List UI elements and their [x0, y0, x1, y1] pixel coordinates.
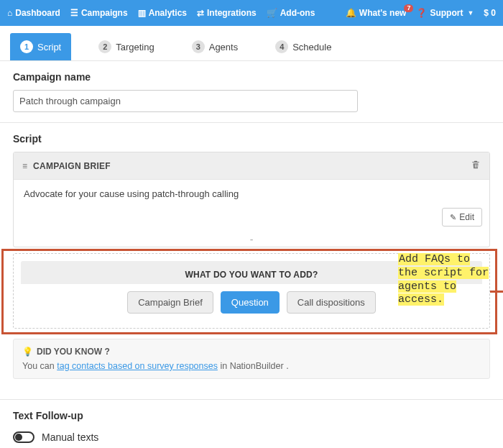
whats-new-badge: 7	[404, 4, 413, 12]
bell-icon: 🔔	[346, 8, 356, 18]
block-body: Advocate for your cause using patch-thro…	[14, 180, 489, 204]
lightbulb-icon: 💡	[22, 347, 33, 357]
followup-heading: Text Follow-up	[13, 410, 490, 421]
trash-icon	[471, 160, 481, 170]
nav-integrations[interactable]: ⇄ Integrations	[197, 8, 257, 18]
nav-addons[interactable]: 🛒 Add-ons	[267, 8, 315, 18]
tab-label: Schedule	[292, 42, 331, 52]
text-followup-section: Text Follow-up Manual texts Automated te…	[0, 399, 503, 448]
dyk-prefix: You can	[22, 361, 57, 371]
tab-label: Targeting	[116, 42, 154, 52]
tab-script[interactable]: 1 Script	[10, 33, 71, 60]
tab-number: 1	[20, 40, 33, 53]
callout-annotation: Add FAQs to the script for agents to acc…	[398, 253, 495, 307]
tab-label: Agents	[209, 42, 238, 52]
nav-integrations-label: Integrations	[207, 8, 257, 18]
dyk-title: DID YOU KNOW ?	[37, 347, 110, 357]
campaign-name-section: Campaign name	[0, 61, 503, 123]
tab-label: Script	[37, 42, 61, 52]
dyk-suffix: in NationBuilder .	[218, 361, 289, 371]
tab-number: 3	[192, 40, 205, 53]
edit-icon: ✎	[450, 213, 456, 222]
nav-campaigns-label: Campaigns	[81, 8, 128, 18]
script-heading: Script	[13, 133, 490, 145]
nav-whats-new-label: What's new	[359, 8, 407, 18]
edit-label: Edit	[459, 212, 474, 222]
tab-number: 2	[98, 40, 111, 53]
nav-addons-label: Add-ons	[280, 8, 315, 18]
nav-analytics[interactable]: ▥ Analytics	[138, 8, 187, 18]
drag-handle-icon[interactable]: ≡	[22, 162, 27, 170]
help-icon: ❓	[416, 8, 427, 18]
block-divider: -	[14, 234, 489, 247]
nav-support-label: Support	[430, 8, 463, 18]
callout-text: Add FAQs to the script for agents to acc…	[398, 253, 489, 306]
shuffle-icon: ⇄	[197, 8, 204, 18]
nav-analytics-label: Analytics	[149, 8, 187, 18]
list-icon: ☰	[70, 8, 78, 18]
wizard-tabs: 1 Script 2 Targeting 3 Agents 4 Schedule	[0, 26, 503, 61]
add-call-dispositions-button[interactable]: Call dispositions	[287, 291, 376, 314]
did-you-know-panel: 💡 DID YOU KNOW ? You can tag contacts ba…	[13, 339, 490, 379]
add-question-button[interactable]: Question	[221, 291, 280, 314]
cart-icon: 🛒	[267, 8, 277, 18]
nav-dashboard-label: Dashboard	[15, 8, 60, 18]
dyk-link[interactable]: tag contacts based on survey responses	[57, 361, 218, 371]
manual-texts-label: Manual texts	[42, 431, 98, 443]
edit-block-button[interactable]: ✎ Edit	[442, 208, 482, 227]
nav-whats-new[interactable]: 🔔 What's new 7	[346, 8, 407, 18]
campaign-brief-block: ≡ CAMPAIGN BRIEF Advocate for your cause…	[13, 152, 490, 247]
tab-schedule[interactable]: 4 Schedule	[265, 33, 341, 60]
delete-block-button[interactable]	[471, 160, 481, 172]
nav-support[interactable]: ❓ Support ▼	[416, 8, 474, 18]
block-title: CAMPAIGN BRIEF	[33, 161, 111, 171]
add-campaign-brief-button[interactable]: Campaign Brief	[127, 291, 213, 314]
nav-campaigns[interactable]: ☰ Campaigns	[70, 8, 128, 18]
nav-balance[interactable]: $ 0	[484, 8, 496, 18]
manual-texts-toggle[interactable]	[13, 431, 34, 443]
campaign-name-label: Campaign name	[13, 71, 490, 83]
tab-targeting[interactable]: 2 Targeting	[88, 33, 164, 60]
nav-balance-label: $ 0	[484, 8, 496, 18]
tab-number: 4	[275, 40, 288, 53]
top-navbar: ⌂ Dashboard ☰ Campaigns ▥ Analytics ⇄ In…	[0, 0, 503, 26]
campaign-name-input[interactable]	[13, 90, 358, 112]
nav-dashboard[interactable]: ⌂ Dashboard	[7, 8, 60, 18]
home-icon: ⌂	[7, 8, 12, 18]
chart-icon: ▥	[138, 8, 146, 18]
tab-agents[interactable]: 3 Agents	[182, 33, 248, 60]
chevron-down-icon: ▼	[467, 9, 474, 17]
